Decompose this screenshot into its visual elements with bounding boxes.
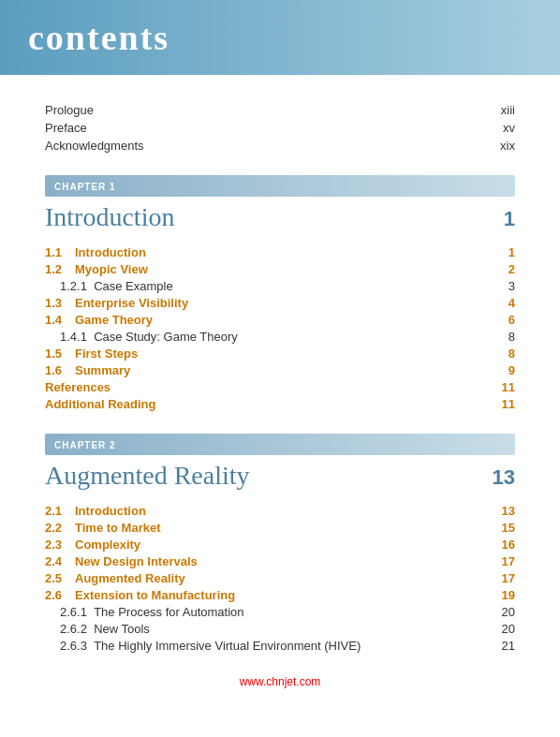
chapter-title: Augmented Reality — [45, 461, 250, 491]
frontmatter-list: Prologue xiii Preface xv Acknowledgments… — [45, 103, 515, 153]
entry-num: 2.6.2 — [45, 622, 94, 636]
entry-num: 2.2 — [45, 521, 75, 535]
entry-page: 15 — [502, 521, 515, 535]
toc-entry-level1: 2.5 Augmented Reality 17 — [45, 571, 515, 585]
toc-entry-level1: 1.6 Summary 9 — [45, 363, 515, 377]
toc-entry-level1: 2.3 Complexity 16 — [45, 538, 515, 552]
toc-entry-level2: 2.6.1 The Process for Automation 20 — [45, 605, 515, 619]
toc-ref-entry: References 11 — [45, 380, 515, 394]
chapter-bar-label: CHAPTER 2 — [54, 440, 116, 450]
entry-page: 6 — [508, 313, 515, 327]
entry-text: The Process for Automation — [94, 605, 243, 619]
entry-page: 20 — [502, 622, 515, 636]
entry-text: Introduction — [75, 504, 146, 518]
toc-entry-level1: 2.1 Introduction 13 — [45, 504, 515, 518]
entry-page: 1 — [508, 245, 515, 259]
watermark: www.chnjet.com — [45, 675, 515, 688]
entry-page: 3 — [508, 279, 515, 293]
entry-num: 1.5 — [45, 346, 75, 361]
entry-page: 8 — [508, 346, 515, 361]
entry-num: 1.2.1 — [45, 279, 94, 293]
chapter-bar: CHAPTER 1 — [45, 175, 515, 197]
entry-page: 21 — [502, 639, 515, 653]
entry-page: 4 — [508, 296, 515, 310]
entry-num: 1.4.1 — [45, 330, 94, 344]
entry-text: Summary — [75, 363, 130, 377]
toc-entry-level2: 2.6.2 New Tools 20 — [45, 622, 515, 636]
entry-page: 13 — [502, 504, 515, 518]
header: contents — [0, 0, 560, 75]
chapter-title-row: Introduction 1 — [45, 202, 515, 232]
entry-page: 16 — [502, 538, 515, 552]
entry-text: Myopic View — [75, 262, 148, 276]
chapter-section: CHAPTER 1 Introduction 1 1.1 Introductio… — [45, 175, 515, 411]
entry-num: 1.3 — [45, 296, 75, 310]
entry-num: 2.6 — [45, 588, 75, 602]
frontmatter-item: Prologue xiii — [45, 103, 515, 117]
entry-page: 19 — [502, 588, 515, 602]
header-title: contents — [28, 18, 169, 57]
frontmatter-item: Preface xv — [45, 121, 515, 135]
frontmatter-label: Acknowledgments — [45, 139, 144, 153]
chapter-page: 1 — [504, 207, 515, 231]
entry-text: Augmented Reality — [75, 571, 185, 585]
chapter-bar: CHAPTER 2 — [45, 434, 515, 455]
frontmatter-page: xv — [503, 121, 515, 135]
entry-num: 2.4 — [45, 554, 75, 568]
entry-num: 2.1 — [45, 504, 75, 518]
entry-page: 2 — [508, 262, 515, 276]
entry-text: Game Theory — [75, 313, 153, 327]
toc-ref-entry: Additional Reading 11 — [45, 397, 515, 411]
entry-text: First Steps — [75, 346, 138, 361]
entry-page: 20 — [502, 605, 515, 619]
chapter-bar-label: CHAPTER 1 — [54, 182, 116, 192]
entry-num: 2.5 — [45, 571, 75, 585]
toc-entry-level2: 1.2.1 Case Example 3 — [45, 279, 515, 293]
ref-page: 11 — [502, 380, 515, 394]
toc-entry-level1: 1.3 Enterprise Visibility 4 — [45, 296, 515, 310]
toc-entry-level1: 2.2 Time to Market 15 — [45, 521, 515, 535]
toc-entry-level1: 1.1 Introduction 1 — [45, 245, 515, 259]
chapter-page: 13 — [493, 465, 515, 490]
frontmatter-page: xiii — [501, 103, 515, 117]
chapter-title: Introduction — [45, 202, 174, 232]
entry-num: 1.1 — [45, 245, 75, 259]
toc-entry-level1: 1.5 First Steps 8 — [45, 346, 515, 361]
entry-page: 17 — [502, 571, 515, 585]
entry-page: 9 — [508, 363, 515, 377]
entry-text: The Highly Immersive Virtual Environment… — [94, 639, 361, 653]
ref-label: Additional Reading — [45, 397, 155, 411]
entry-text: Time to Market — [75, 521, 161, 535]
entry-text: New Tools — [94, 622, 150, 636]
entry-text: Extension to Manufacturing — [75, 588, 235, 602]
entry-page: 8 — [508, 330, 515, 344]
toc-entry-level1: 1.4 Game Theory 6 — [45, 313, 515, 327]
ref-page: 11 — [502, 397, 515, 411]
entry-num: 2.6.3 — [45, 639, 94, 653]
entry-num: 2.6.1 — [45, 605, 94, 619]
entry-page: 17 — [502, 554, 515, 568]
toc-entry-level1: 1.2 Myopic View 2 — [45, 262, 515, 276]
ref-label: References — [45, 380, 111, 394]
entry-text: Introduction — [75, 245, 146, 259]
frontmatter-page: xix — [500, 139, 515, 153]
toc-entry-level1: 2.6 Extension to Manufacturing 19 — [45, 588, 515, 602]
entry-text: Case Example — [94, 279, 173, 293]
chapter-title-row: Augmented Reality 13 — [45, 461, 515, 491]
frontmatter-label: Prologue — [45, 103, 94, 117]
entry-text: Complexity — [75, 538, 140, 552]
entry-num: 1.6 — [45, 363, 75, 377]
toc-entry-level2: 2.6.3 The Highly Immersive Virtual Envir… — [45, 639, 515, 653]
frontmatter-item: Acknowledgments xix — [45, 139, 515, 153]
entry-text: Case Study: Game Theory — [94, 330, 238, 344]
toc-entry-level1: 2.4 New Design Intervals 17 — [45, 554, 515, 568]
chapter-section: CHAPTER 2 Augmented Reality 13 2.1 Intro… — [45, 434, 515, 653]
toc-entry-level2: 1.4.1 Case Study: Game Theory 8 — [45, 330, 515, 344]
entry-num: 2.3 — [45, 538, 75, 552]
entry-text: New Design Intervals — [75, 554, 198, 568]
entry-num: 1.2 — [45, 262, 75, 276]
frontmatter-label: Preface — [45, 121, 87, 135]
entry-num: 1.4 — [45, 313, 75, 327]
entry-text: Enterprise Visibility — [75, 296, 188, 310]
